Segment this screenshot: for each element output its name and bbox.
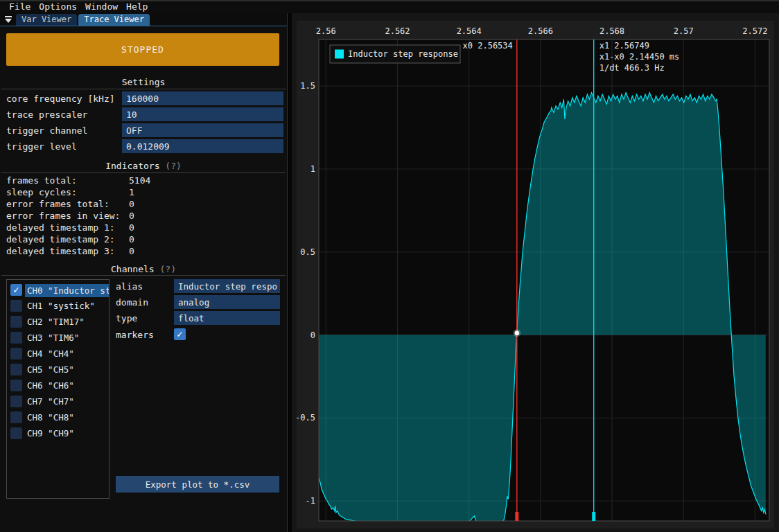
setting-input-core-frequency-kHz-[interactable] bbox=[122, 91, 283, 105]
marker-drag-point[interactable] bbox=[513, 329, 520, 337]
svg-text:2.56: 2.56 bbox=[316, 26, 336, 36]
separator bbox=[1, 275, 286, 276]
channels-title-text: Channels bbox=[111, 264, 155, 274]
trace-plot[interactable]: 2.562.5622.5642.5662.5682.572.5721.510.5… bbox=[292, 13, 779, 532]
channel-checkbox[interactable] bbox=[10, 427, 22, 439]
svg-text:-0.5: -0.5 bbox=[295, 413, 315, 423]
tab-bar: Var ViewerTrace Viewer bbox=[0, 13, 287, 26]
svg-text:0.5: 0.5 bbox=[300, 247, 315, 257]
channel-row[interactable]: CH7 "CH7" bbox=[7, 395, 109, 410]
channel-label[interactable]: CH6 "CH6" bbox=[27, 380, 74, 391]
indicator-label: error frames in view: bbox=[6, 211, 120, 221]
marker-x0-label: x0 2.56534 bbox=[463, 41, 513, 51]
svg-text:2.564: 2.564 bbox=[457, 26, 482, 36]
menu-options[interactable]: Options bbox=[35, 1, 81, 13]
indicator-label: frames total: bbox=[6, 175, 77, 186]
channel-row[interactable]: CH3 "TIM6" bbox=[7, 331, 109, 346]
indicator-label: delayed timestamp 2: bbox=[6, 234, 115, 245]
plot-panel: 2.562.5622.5642.5662.5682.572.5721.510.5… bbox=[292, 13, 779, 532]
channel-checkbox[interactable] bbox=[10, 364, 22, 375]
channel-list: CH0 "Inductor stCH1 "systick"CH2 "TIM17"… bbox=[6, 279, 110, 499]
svg-text:1: 1 bbox=[310, 164, 315, 174]
plot-legend[interactable]: Inductor step response bbox=[330, 45, 460, 63]
indicators-title-text: Indicators bbox=[105, 161, 159, 171]
indicators-section-title: Indicators (?) bbox=[0, 161, 287, 171]
svg-text:2.572: 2.572 bbox=[742, 26, 767, 36]
legend-swatch-icon bbox=[335, 50, 344, 59]
indicator-label: error frames total: bbox=[6, 199, 110, 209]
indicator-label: delayed timestamp 3: bbox=[6, 246, 115, 256]
indicator-value: 0 bbox=[129, 199, 134, 209]
menu-window[interactable]: Window bbox=[81, 1, 122, 13]
setting-input-trace-prescaler[interactable] bbox=[122, 107, 283, 121]
svg-text:-1: -1 bbox=[306, 496, 315, 506]
channel-label[interactable]: CH2 "TIM17" bbox=[27, 317, 85, 327]
setting-input-trigger-channel[interactable] bbox=[122, 123, 283, 137]
channel-label[interactable]: CH8 "CH8" bbox=[27, 412, 74, 423]
svg-text:2.57: 2.57 bbox=[674, 26, 694, 36]
svg-text:x1 2.56749: x1 2.56749 bbox=[599, 41, 649, 51]
svg-text:2.566: 2.566 bbox=[528, 26, 553, 36]
channel-row[interactable]: CH9 "CH9" bbox=[7, 427, 109, 442]
menu-bar: FileOptionsWindowHelp bbox=[0, 0, 779, 13]
channel-row[interactable]: CH5 "CH5" bbox=[7, 363, 109, 378]
channel-row[interactable]: CH2 "TIM17" bbox=[7, 315, 109, 330]
indicator-value: 0 bbox=[129, 222, 134, 233]
svg-text:2.568: 2.568 bbox=[599, 26, 624, 36]
channels-section-title: Channels (?) bbox=[0, 264, 287, 274]
tab-trace-viewer[interactable]: Trace Viewer bbox=[78, 14, 150, 26]
channel-checkbox[interactable] bbox=[10, 396, 22, 407]
channel-checkbox[interactable] bbox=[10, 300, 22, 312]
separator bbox=[1, 172, 286, 173]
channel-checkbox[interactable] bbox=[10, 316, 22, 328]
channel-prop-input-type[interactable] bbox=[174, 311, 280, 325]
svg-text:1/dt 466.3 Hz: 1/dt 466.3 Hz bbox=[599, 63, 665, 73]
sidebar: Var ViewerTrace Viewer STOPPED Settings … bbox=[0, 13, 287, 532]
setting-label: trigger channel bbox=[6, 125, 87, 136]
menu-help[interactable]: Help bbox=[122, 1, 152, 13]
channel-checkbox[interactable] bbox=[10, 332, 22, 344]
markers-checkbox[interactable] bbox=[174, 328, 186, 340]
tab-list-popup-icon[interactable] bbox=[3, 14, 14, 26]
channel-row[interactable]: CH6 "CH6" bbox=[7, 379, 109, 394]
channel-label[interactable]: CH3 "TIM6" bbox=[27, 332, 79, 343]
indicator-value: 0 bbox=[129, 234, 134, 245]
acquisition-status-button[interactable]: STOPPED bbox=[6, 33, 279, 66]
channel-row[interactable]: CH0 "Inductor st bbox=[7, 283, 109, 299]
channel-checkbox[interactable] bbox=[10, 411, 22, 423]
indicator-value: 0 bbox=[129, 211, 134, 221]
svg-text:2.562: 2.562 bbox=[385, 26, 410, 36]
indicator-label: sleep cycles: bbox=[6, 187, 77, 197]
channel-prop-label: type bbox=[116, 313, 137, 323]
separator bbox=[1, 89, 286, 89]
channels-help-icon[interactable]: (?) bbox=[159, 264, 175, 274]
menu-file[interactable]: File bbox=[5, 1, 35, 13]
channel-prop-input-domain[interactable] bbox=[174, 295, 280, 309]
channel-label[interactable]: CH9 "CH9" bbox=[27, 428, 74, 438]
channel-label[interactable]: CH5 "CH5" bbox=[27, 364, 74, 375]
channel-label[interactable]: CH7 "CH7" bbox=[27, 396, 74, 407]
indicator-value: 5104 bbox=[129, 175, 150, 186]
channel-checkbox[interactable] bbox=[10, 284, 22, 296]
channel-label[interactable]: CH1 "systick" bbox=[27, 301, 95, 311]
channel-label[interactable]: CH0 "Inductor st bbox=[25, 284, 110, 297]
setting-label: trace prescaler bbox=[6, 109, 87, 120]
channel-prop-label: domain bbox=[116, 297, 148, 308]
channel-row[interactable]: CH1 "systick" bbox=[7, 299, 109, 314]
indicator-value: 1 bbox=[129, 187, 134, 197]
channel-label[interactable]: CH4 "CH4" bbox=[27, 348, 74, 359]
indicator-label: delayed timestamp 1: bbox=[6, 222, 115, 233]
indicators-help-icon[interactable]: (?) bbox=[165, 161, 181, 171]
export-csv-button[interactable]: Export plot to *.csv bbox=[116, 476, 279, 493]
svg-text:x1-x0 2.14450 ms: x1-x0 2.14450 ms bbox=[599, 52, 680, 62]
svg-text:1.5: 1.5 bbox=[300, 81, 315, 91]
tab-var-viewer[interactable]: Var Viewer bbox=[16, 14, 77, 26]
channel-row[interactable]: CH8 "CH8" bbox=[7, 411, 109, 426]
channel-row[interactable]: CH4 "CH4" bbox=[7, 347, 109, 362]
channel-checkbox[interactable] bbox=[10, 380, 22, 391]
setting-label: core frequency [kHz] bbox=[6, 94, 115, 104]
channel-checkbox[interactable] bbox=[10, 348, 22, 360]
channel-prop-input-alias[interactable] bbox=[174, 279, 280, 293]
setting-input-trigger-level[interactable] bbox=[122, 139, 283, 153]
svg-text:0: 0 bbox=[310, 330, 315, 340]
